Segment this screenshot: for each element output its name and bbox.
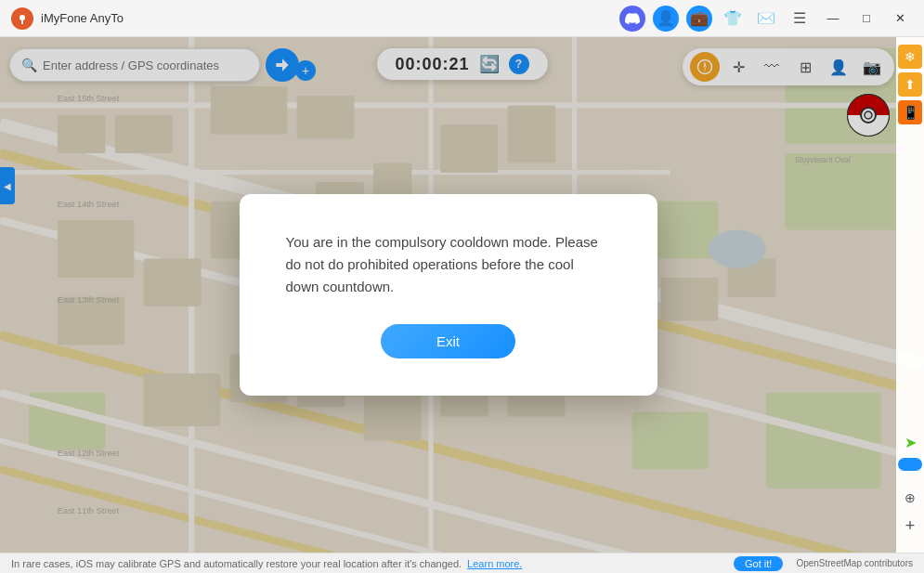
zoom-in-btn[interactable]: + — [898, 514, 922, 538]
location-btn[interactable]: ⊕ — [898, 486, 922, 510]
got-it-button[interactable]: Got it! — [734, 556, 783, 571]
cooldown-modal: You are in the compulsory cooldown mode.… — [240, 194, 657, 396]
user-icon[interactable]: 👤 — [653, 6, 679, 32]
side-panel-btn-1[interactable]: ❄ — [898, 45, 922, 69]
notification-text: In rare cases, iOS may calibrate GPS and… — [11, 558, 462, 569]
bottom-notification-bar: In rare cases, iOS may calibrate GPS and… — [0, 553, 924, 573]
osm-credit: OpenStreetMap contributors — [796, 558, 913, 568]
maximize-button[interactable]: □ — [853, 6, 879, 32]
learn-more-link[interactable]: Learn more. — [467, 558, 522, 569]
shirt-icon[interactable]: 👕 — [720, 6, 746, 32]
title-icons: 👤 💼 👕 ✉️ ☰ — □ ✕ — [619, 6, 913, 32]
modal-message: You are in the compulsory cooldown mode.… — [286, 231, 611, 298]
minimize-button[interactable]: — — [820, 6, 846, 32]
side-panel: ❄ ⬆ 📱 ➤ ⊕ + − — [896, 37, 924, 573]
app-title: iMyFone AnyTo — [41, 11, 619, 25]
exit-button[interactable]: Exit — [381, 324, 515, 358]
app-logo — [11, 7, 33, 30]
modal-overlay: You are in the compulsory cooldown mode.… — [0, 37, 896, 553]
toggle-switch[interactable] — [898, 458, 922, 471]
close-button[interactable]: ✕ — [887, 6, 913, 32]
side-panel-btn-3[interactable]: 📱 — [898, 100, 922, 124]
menu-icon[interactable]: ☰ — [787, 6, 813, 32]
discord-icon[interactable] — [619, 6, 645, 32]
bag-icon[interactable]: 💼 — [686, 6, 712, 32]
svg-point-0 — [20, 15, 25, 20]
side-panel-btn-2[interactable]: ⬆ — [898, 72, 922, 97]
mail-icon[interactable]: ✉️ — [753, 6, 779, 32]
navigate-arrow[interactable]: ➤ — [898, 430, 922, 454]
title-bar: iMyFone AnyTo 👤 💼 👕 ✉️ ☰ — □ ✕ — [0, 0, 924, 37]
